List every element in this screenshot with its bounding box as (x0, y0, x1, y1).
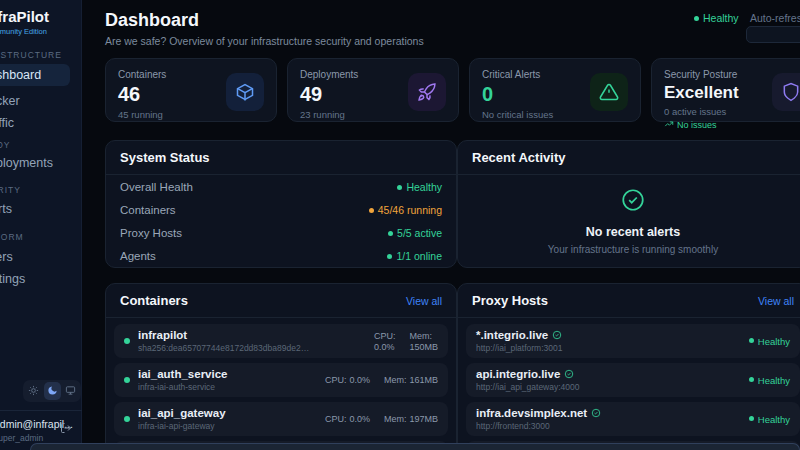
stat-trend: No issues (664, 119, 800, 131)
nav-section-platform: PLATFORM (0, 232, 24, 242)
theme-dark-button[interactable] (44, 382, 61, 400)
status-dot-icon (397, 185, 402, 190)
sidebar: InfraPilot Community Edition INFRASTRUCT… (0, 0, 82, 450)
running-dot-icon (124, 377, 130, 383)
cube-icon (226, 73, 264, 111)
stat-card-critical-alerts[interactable]: Critical Alerts 0 No critical issues (469, 58, 641, 122)
monitor-icon (65, 382, 76, 400)
container-stats: CPU:0.0% Mem:197MB (325, 414, 438, 424)
panel-title: Containers (120, 293, 188, 308)
status-row: Overall Health Healthy (106, 176, 456, 198)
status-dot-icon (749, 416, 754, 421)
sun-icon (28, 382, 39, 400)
sidebar-item-settings[interactable]: Settings (0, 268, 70, 290)
ssl-lock-icon (552, 330, 562, 340)
proxy-row[interactable]: infra.devsimplex.net http://frontend:300… (466, 402, 800, 436)
status-dot-icon (388, 231, 393, 236)
panel-title: Recent Activity (472, 150, 565, 165)
rocket-icon (408, 73, 446, 111)
theme-toggle (23, 380, 81, 402)
auto-refresh-label: Auto-refresh (750, 12, 800, 24)
refresh-interval-button[interactable] (746, 26, 800, 43)
global-health-badge: Healthy (694, 12, 739, 24)
containers-panel: Containers View all infrapilot sha256:de… (105, 283, 457, 450)
app-logo: InfraPilot (0, 8, 49, 25)
nav-section-deploy: DEPLOY (0, 140, 11, 150)
sidebar-item-deployments[interactable]: Deployments (0, 152, 70, 174)
ssl-lock-icon (591, 408, 601, 418)
nav-section-security: SECURITY (0, 185, 21, 195)
nav-section-infrastructure: INFRASTRUCTURE (0, 50, 62, 60)
container-row[interactable]: infrapilot sha256:dea65707744e8172dd83db… (114, 324, 448, 358)
running-dot-icon (124, 338, 130, 344)
sidebar-divider (0, 410, 82, 411)
recent-activity-panel: Recent Activity No recent alerts Your in… (457, 140, 800, 268)
proxy-status: Healthy (749, 336, 790, 347)
container-row[interactable]: iai_api_gateway infra-iai-api-gateway CP… (114, 402, 448, 436)
main-content: Dashboard Are we safe? Overview of your … (82, 0, 800, 450)
user-role: super_admin (0, 433, 43, 443)
status-value: 1/1 online (387, 250, 442, 262)
container-row[interactable]: iai_auth_service infra-iai-auth-service … (114, 363, 448, 397)
app-window: InfraPilot Community Edition INFRASTRUCT… (0, 0, 800, 450)
alert-triangle-icon (590, 73, 628, 111)
sidebar-item-dashboard[interactable]: Dashboard (0, 64, 70, 86)
status-row: Containers 45/46 running (106, 199, 456, 221)
stat-card-deployments[interactable]: Deployments 49 23 running (287, 58, 459, 122)
page-title: Dashboard (105, 10, 199, 31)
running-dot-icon (124, 416, 130, 422)
status-value: Healthy (397, 181, 442, 193)
stat-card-containers[interactable]: Containers 46 45 running (105, 58, 277, 122)
circle-check-icon (620, 187, 646, 217)
status-dot-icon (749, 338, 754, 343)
sidebar-item-docker[interactable]: Docker (0, 90, 70, 112)
status-value: 45/46 running (369, 204, 442, 216)
stat-card-security-posture[interactable]: Security Posture Excellent 0 active issu… (651, 58, 800, 122)
status-row: Proxy Hosts 5/5 active (106, 222, 456, 244)
sidebar-item-traffic[interactable]: Traffic (0, 112, 70, 134)
ssl-lock-icon (564, 369, 574, 379)
trend-up-icon (664, 119, 674, 131)
theme-light-button[interactable] (25, 382, 42, 400)
theme-system-button[interactable] (62, 382, 79, 400)
status-value: 5/5 active (388, 227, 442, 239)
containers-view-all-link[interactable]: View all (406, 295, 442, 307)
container-stats: CPU:0.0% Mem:161MB (325, 375, 438, 385)
status-dot-icon (387, 254, 392, 259)
empty-state-title: No recent alerts (586, 225, 680, 239)
proxy-status: Healthy (749, 414, 790, 425)
sidebar-item-alerts[interactable]: Alerts (0, 198, 70, 220)
health-dot-icon (694, 16, 699, 21)
window-edge-bar (30, 443, 800, 450)
status-row: Agents 1/1 online (106, 245, 456, 267)
container-stats: CPU:0.0% Mem:150MB (374, 331, 438, 352)
shield-icon (772, 73, 800, 111)
logout-button[interactable] (60, 420, 72, 438)
panel-title: Proxy Hosts (472, 293, 548, 308)
sidebar-item-users[interactable]: Users (0, 246, 70, 268)
proxy-row[interactable]: *.integrio.live http://iai_platform:3001… (466, 324, 800, 358)
proxy-status: Healthy (749, 375, 790, 386)
logout-icon (60, 420, 72, 437)
status-dot-icon (749, 377, 754, 382)
proxy-hosts-panel: Proxy Hosts View all *.integrio.live htt… (457, 283, 800, 450)
app-edition-badge: Community Edition (0, 27, 47, 36)
moon-icon (47, 382, 58, 400)
proxies-view-all-link[interactable]: View all (758, 295, 794, 307)
panel-title: System Status (120, 150, 210, 165)
proxy-row[interactable]: api.integrio.live http://iai_api_gateway… (466, 363, 800, 397)
page-subtitle: Are we safe? Overview of your infrastruc… (105, 35, 424, 47)
status-dot-icon (369, 208, 374, 213)
system-status-panel: System Status Overall Health Healthy Con… (105, 140, 457, 268)
empty-state-subtitle: Your infrastructure is running smoothly (548, 244, 718, 255)
